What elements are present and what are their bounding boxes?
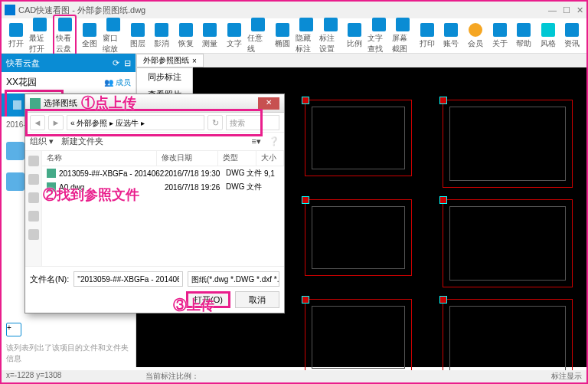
place-icon[interactable] [28,174,39,185]
new-folder-menu[interactable]: 新建文件夹 [61,136,103,147]
filename-input[interactable] [74,271,183,287]
col-size[interactable]: 大小 [256,151,284,166]
close-button[interactable]: ✕ [577,5,583,15]
list-hint: 该列表列出了该项目的文件和文件夹信息 [2,340,136,367]
toolbar-资讯[interactable]: 资讯 [560,23,583,49]
window-controls: — ☐ ✕ [548,5,583,15]
toolbar-最近打开[interactable]: 最近打开 [29,18,52,54]
toolbar-icon [565,23,579,37]
scale-label: 当前标注比例： [145,371,199,382]
toolbar-icon [276,23,289,37]
panel-header: 快看云盘 ⟳⊟ [2,54,136,72]
toolbar-任意线[interactable]: 任意线 [247,18,270,54]
tab-close-icon[interactable]: × [192,57,197,65]
dwg-icon [47,182,56,192]
window-title: CAD快速看图 - 外部参照图纸.dwg [18,5,145,16]
refresh-icon[interactable]: ⟳ [113,58,119,68]
toolbar-快看云盘[interactable]: 快看云盘 [53,15,77,57]
upload-icon [13,100,21,110]
collapse-icon[interactable]: ⊟ [124,58,131,68]
place-icon[interactable] [28,192,39,203]
nav-fwd-icon[interactable]: ► [48,115,64,130]
toolbar-icon [58,18,72,31]
toolbar-窗口缩放[interactable]: 窗口缩放 [103,18,126,54]
toolbar-打开[interactable]: 打开 [5,23,28,49]
toolbar-icon [444,23,458,37]
cursor-coords: x=-1228 y=1308 [6,371,61,382]
place-icon[interactable] [28,211,39,222]
toolbar-影消[interactable]: 影消 [151,23,174,49]
open-button[interactable]: 打开(O) [186,291,230,308]
file-column-headers: 名称 修改日期 类型 大小 [42,151,284,166]
toolbar-屏幕截图[interactable]: 屏幕截图 [392,18,415,54]
path-breadcrumb[interactable]: « 外部参照 ▸ 应选牛 ▸ [67,115,204,130]
search-input[interactable]: 搜索 [226,115,279,130]
toolbar-icon [372,18,386,31]
toolbar-文字查找[interactable]: 文字查找 [368,18,390,54]
filename-label: 文件名(N): [30,274,69,285]
nav-back-icon[interactable]: ◄ [30,115,45,130]
toolbar-文字[interactable]: 文字 [223,23,246,49]
panel-title: 快看云盘 [6,57,40,69]
toolbar-icon [155,23,168,37]
toolbar-隐藏标注[interactable]: 隐藏标注 [296,18,318,54]
toolbar-icon [227,23,241,37]
doc-tab[interactable]: 外部参照图纸× [136,54,204,67]
dialog-places [25,151,42,266]
toolbar-icon [203,23,217,37]
ctx-sync-annotation[interactable]: 同步标注 [137,68,192,86]
toolbar-会员[interactable]: 会员 [464,23,487,49]
toolbar-icon [420,23,434,37]
toolbar-icon [106,18,120,31]
file-open-dialog: 选择图纸 ✕ ◄ ► « 外部参照 ▸ 应选牛 ▸ ↻ 搜索 组织 ▾ 新建文件… [24,94,285,313]
col-date[interactable]: 修改日期 [157,151,218,166]
dialog-bottom: 文件名(N): 图纸(*.dwg *.DWG *.dxf *.DXF) 打开(O… [25,266,284,313]
file-row[interactable]: 2013059-##-XBGFa - 20140623.dwg2016/7/18… [42,166,284,180]
toolbar-icon [83,23,96,37]
toolbar-icon [469,23,482,37]
place-icon[interactable] [28,156,39,166]
dialog-close-button[interactable]: ✕ [258,97,279,110]
toolbar-icon [517,23,531,37]
toolbar-图层[interactable]: 图层 [126,23,149,49]
cancel-button[interactable]: 取消 [235,291,279,308]
status-bar: x=-1228 y=1308 当前标注比例： 标注显示 [2,370,586,382]
toolbar-打印[interactable]: 打印 [416,23,439,49]
organize-menu[interactable]: 组织 ▾ [30,136,54,147]
toolbar-椭圆[interactable]: 椭圆 [271,23,294,49]
toolbar-icon [9,23,23,37]
minimize-button[interactable]: — [548,5,557,15]
main-toolbar: 打开最近打开快看云盘全图窗口缩放图层影消恢复测量文字任意线椭圆隐藏标注标注设置比… [2,18,586,54]
app-icon [5,5,15,15]
toolbar-测量[interactable]: 测量 [199,23,222,49]
annotation-display: 标注显示 [551,371,582,382]
dialog-title-bar[interactable]: 选择图纸 ✕ [25,94,284,113]
toolbar-标注设置[interactable]: 标注设置 [319,18,342,54]
filetype-filter[interactable]: 图纸(*.dwg *.DWG *.dxf *.DXF) [188,271,279,287]
toolbar-账号[interactable]: 账号 [440,23,463,49]
toolbar-恢复[interactable]: 恢复 [175,23,198,49]
dialog-nav: ◄ ► « 外部参照 ▸ 应选牛 ▸ ↻ 搜索 [25,113,284,133]
add-folder-item[interactable]: + [2,320,136,340]
toolbar-icon [33,18,47,31]
help-icon[interactable]: ❔ [269,136,279,146]
members-link[interactable]: 👥 成员 [104,77,131,88]
toolbar-icon [179,23,193,37]
toolbar-比例[interactable]: 比例 [344,23,367,49]
refresh-icon[interactable]: ↻ [207,115,223,130]
col-name[interactable]: 名称 [42,151,157,166]
file-icon [6,142,24,160]
dialog-icon [30,98,41,109]
file-row[interactable]: A0.dwg2016/7/18 19:26DWG 文件 [42,180,284,194]
toolbar-全图[interactable]: 全图 [78,23,101,49]
col-type[interactable]: 类型 [218,151,256,166]
title-bar: CAD快速看图 - 外部参照图纸.dwg — ☐ ✕ [2,2,586,18]
place-icon[interactable] [28,229,39,240]
dialog-title: 选择图纸 [44,97,77,109]
view-icon[interactable]: ≡▾ [252,136,261,146]
toolbar-icon [396,18,410,31]
toolbar-关于[interactable]: 关于 [488,23,511,49]
toolbar-帮助[interactable]: 帮助 [512,23,535,49]
toolbar-风格[interactable]: 风格 [537,23,560,49]
maximize-button[interactable]: ☐ [563,5,570,15]
